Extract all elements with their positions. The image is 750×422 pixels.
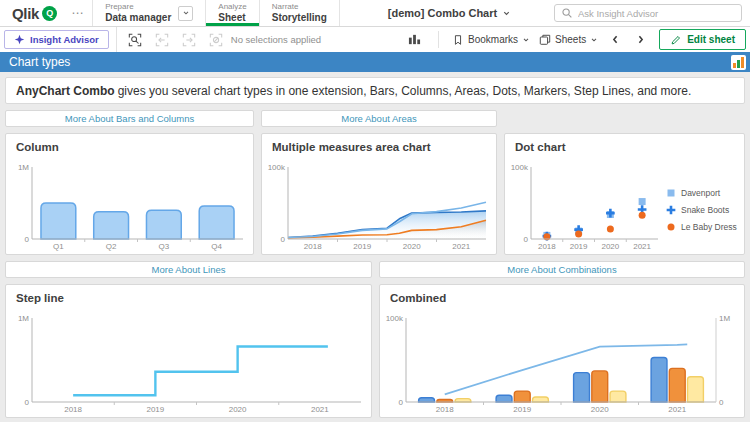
topbar-spacer	[511, 0, 554, 26]
blue-bars-2020[interactable]	[574, 373, 590, 402]
tick-label: 2020	[591, 405, 609, 414]
more-menu-icon[interactable]: ⋯	[63, 0, 92, 26]
charts-row-1: Column 01MQ1Q2Q3Q4 Multiple measures are…	[5, 133, 745, 255]
tick-label: 2021	[311, 405, 329, 414]
previous-sheet-button[interactable]	[607, 32, 623, 48]
circle-marker[interactable]	[607, 225, 614, 232]
chart-panel-combined: Combined 01M0100k2018201920202021	[379, 284, 745, 418]
step-forward-icon	[182, 33, 196, 47]
bar-chart-icon[interactable]	[731, 55, 746, 70]
top-app-bar: Qlik Q ⋯ Prepare Data manager Analyze Sh…	[0, 0, 750, 27]
step-forward-button[interactable]	[181, 32, 197, 48]
bookmarks-menu[interactable]: Bookmarks	[452, 34, 530, 46]
legend-label: Davenport	[681, 188, 720, 198]
links-row-1: More About Bars and Columns More About A…	[5, 110, 745, 127]
dot-chart-svg: 0100k2018201920202021	[507, 160, 666, 252]
clear-selections-icon	[209, 33, 223, 47]
square-marker[interactable]	[668, 190, 675, 197]
search-input[interactable]	[578, 8, 735, 19]
circle-marker[interactable]	[668, 224, 675, 231]
tick-label: 2020	[229, 405, 247, 414]
square-marker[interactable]	[639, 198, 646, 205]
prepare-dropdown-button[interactable]	[178, 6, 193, 21]
dot-chart[interactable]: 0100k2018201920202021	[507, 160, 666, 252]
grid-icon	[408, 33, 421, 46]
tick-label: Q4	[211, 242, 222, 251]
nav-item-prepare[interactable]: Prepare Data manager	[92, 0, 205, 26]
sheets-menu[interactable]: Sheets	[539, 34, 598, 46]
tick-label: 0	[524, 235, 529, 244]
step-line-series[interactable]	[73, 347, 328, 396]
area-chart[interactable]: 0100k2018201920202021	[264, 160, 494, 252]
description-box: AnyChart Combo gives you several chart t…	[5, 77, 745, 104]
nav-item-analyze[interactable]: Analyze Sheet	[205, 0, 258, 26]
bar-Q4[interactable]	[199, 206, 234, 239]
selections-search-icon	[128, 33, 142, 47]
tick-label: Q2	[106, 242, 117, 251]
insight-advisor-search[interactable]	[554, 4, 742, 22]
chevron-down-icon	[502, 9, 511, 18]
bar-Q2[interactable]	[94, 212, 129, 239]
chart-panel-column: Column 01MQ1Q2Q3Q4	[5, 133, 254, 255]
chart-title: Multiple measures area chart	[262, 134, 496, 153]
chevron-down-icon	[522, 36, 530, 44]
insight-advisor-button[interactable]: Insight Advisor	[4, 30, 109, 49]
link-more-about-lines[interactable]: More About Lines	[5, 261, 372, 278]
yellow-bars-2019[interactable]	[533, 397, 549, 402]
link-more-about-areas[interactable]: More About Areas	[261, 110, 497, 127]
tick-label: 100k	[268, 163, 286, 172]
chart-title: Dot chart	[505, 134, 744, 153]
blue-bars-2019[interactable]	[496, 395, 512, 402]
legend-item-circle[interactable]: Le Baby Dress	[666, 222, 742, 232]
tick-label: 2018	[538, 242, 556, 251]
tick-label: 1M	[18, 314, 29, 323]
links-row-2: More About Lines More About Combinations	[5, 261, 745, 278]
tick-label: 2019	[570, 242, 588, 251]
column-chart[interactable]: 01MQ1Q2Q3Q4	[8, 160, 251, 252]
qlik-q-icon: Q	[42, 6, 57, 21]
qlik-logo: Qlik Q	[0, 0, 63, 26]
yellow-bars-2018[interactable]	[455, 399, 471, 402]
pencil-icon	[670, 34, 682, 46]
legend-item-plus[interactable]: Snake Boots	[666, 205, 742, 215]
orange-bars-2020[interactable]	[592, 371, 608, 402]
edit-sheet-label: Edit sheet	[687, 34, 735, 45]
tick-label: 2019	[353, 242, 371, 251]
plus-marker[interactable]	[667, 206, 676, 215]
nav-label-prepare: Prepare	[105, 2, 171, 12]
orange-bars-2019[interactable]	[514, 391, 530, 402]
smart-search-button[interactable]	[127, 32, 143, 48]
app-title[interactable]: [demo] Combo Chart	[388, 0, 511, 26]
link-more-about-bars-and-columns[interactable]: More About Bars and Columns	[5, 110, 254, 127]
step-back-button[interactable]	[154, 32, 170, 48]
toolbar: Insight Advisor No	[0, 27, 750, 52]
step-line-chart[interactable]: 01M2018201920202021	[8, 311, 369, 415]
clear-selections-button[interactable]	[208, 32, 224, 48]
blue-bars-2021[interactable]	[651, 357, 667, 402]
assets-panel-button[interactable]	[406, 32, 422, 48]
step-chart-svg: 01M2018201920202021	[8, 311, 369, 415]
legend-item-square[interactable]: Davenport	[666, 188, 742, 198]
edit-sheet-button[interactable]: Edit sheet	[659, 29, 746, 50]
bar-Q1[interactable]	[41, 203, 76, 239]
nav-item-narrate[interactable]: Narrate Storytelling	[259, 0, 340, 26]
chart-panel-dot: Dot chart 0100k2018201920202021 Davenpor…	[504, 133, 745, 255]
yellow-bars-2021[interactable]	[688, 377, 704, 402]
tick-label: 1M	[18, 163, 29, 172]
dot-chart-legend: DavenportSnake BootsLe Baby Dress	[666, 188, 742, 232]
combined-chart[interactable]: 01M0100k2018201920202021	[382, 311, 742, 415]
next-sheet-button[interactable]	[632, 32, 648, 48]
bar-chart-icon-bar	[737, 60, 740, 68]
circle-marker[interactable]	[575, 230, 582, 237]
circle-marker[interactable]	[639, 212, 646, 219]
links-row-1-empty	[504, 110, 745, 127]
step-back-icon	[155, 33, 169, 47]
bar-chart-icon-bar	[733, 63, 736, 68]
tick-label: 2021	[452, 242, 470, 251]
bar-Q3[interactable]	[146, 210, 181, 239]
yellow-bars-2020[interactable]	[610, 391, 626, 402]
tick-label: 0	[281, 235, 286, 244]
link-more-about-combinations[interactable]: More About Combinations	[379, 261, 745, 278]
orange-bars-2021[interactable]	[669, 368, 685, 402]
blue-bars-2018[interactable]	[419, 398, 435, 402]
